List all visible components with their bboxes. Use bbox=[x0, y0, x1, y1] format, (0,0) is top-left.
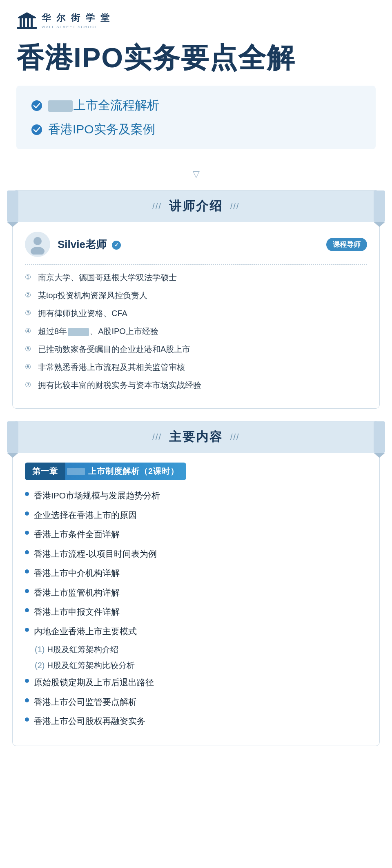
instructor-profile: Silvie老师 ✓ 课程导师 bbox=[25, 232, 367, 257]
credential-list: ① 南京大学、德国哥廷根大学双法学硕士 ② 某top投资机构资深风控负责人 ③ … bbox=[25, 271, 367, 391]
instructor-section-title: 讲师介绍 bbox=[169, 198, 223, 215]
list-item: 原始股锁定期及上市后退出路径 bbox=[25, 676, 367, 689]
svg-point-8 bbox=[31, 124, 42, 135]
list-item: 香港上市公司监管要点解析 bbox=[25, 695, 367, 709]
svg-rect-5 bbox=[18, 17, 36, 18]
list-item: 香港上市流程-以项目时间表为例 bbox=[25, 547, 367, 560]
svg-marker-6 bbox=[19, 12, 35, 17]
svg-rect-1 bbox=[20, 18, 22, 27]
content-body: 第一章 上市制度解析（2课时） 香港IPO市场规模与发展趋势分析 企业选择在香港… bbox=[13, 453, 379, 746]
credential-3: ③ 拥有律师执业资格、CFA bbox=[25, 307, 367, 319]
avatar bbox=[25, 232, 50, 257]
feature-box: 上市全流程解析 香港IPO实务及案例 bbox=[16, 86, 376, 149]
feature-item-1: 上市全流程解析 bbox=[31, 97, 361, 114]
list-item: 香港上市公司股权再融资实务 bbox=[25, 715, 367, 728]
content-section-header: /// 主要内容 /// bbox=[13, 421, 379, 453]
page-title: 香港IPO实务要点全解 bbox=[16, 42, 376, 73]
logo-icon bbox=[16, 11, 38, 29]
svg-point-7 bbox=[31, 100, 42, 111]
credential-1: ① 南京大学、德国哥廷根大学双法学硕士 bbox=[25, 271, 367, 283]
check-icon-2 bbox=[31, 124, 42, 135]
credential-4: ④ 超过8年、A股IPO上市经验 bbox=[25, 325, 367, 337]
feature-item-2: 香港IPO实务及案例 bbox=[31, 121, 361, 138]
hero-section: 香港IPO实务要点全解 bbox=[0, 38, 392, 86]
instructor-card: /// 讲师介绍 /// Silvie老师 ✓ 课程导师 ① 南京大学、德国哥 bbox=[12, 190, 380, 409]
svg-rect-2 bbox=[23, 18, 25, 27]
chapter-title: 上市制度解析（2课时） bbox=[87, 463, 186, 480]
content-list-2: 原始股锁定期及上市后退出路径 香港上市公司监管要点解析 香港上市公司股权再融资实… bbox=[25, 676, 367, 728]
content-section-title: 主要内容 bbox=[169, 429, 223, 445]
logo: 华 尔 街 学 堂 WALL STREET SCHOOL bbox=[16, 11, 111, 29]
content-deco-left: /// bbox=[152, 432, 162, 442]
feature-text-1: 上市全流程解析 bbox=[48, 97, 159, 114]
bullet-10 bbox=[25, 698, 29, 702]
blur-4 bbox=[68, 328, 89, 336]
credential-6: ⑥ 非常熟悉香港上市流程及其相关监管审核 bbox=[25, 361, 367, 373]
credential-5: ⑤ 已推动数家备受瞩目的企业赴港和A股上市 bbox=[25, 343, 367, 355]
logo-english: WALL STREET SCHOOL bbox=[42, 25, 111, 29]
bullet-7 bbox=[25, 608, 29, 612]
logo-chinese: 华 尔 街 学 堂 bbox=[42, 12, 111, 24]
header: 华 尔 街 学 堂 WALL STREET SCHOOL bbox=[0, 0, 392, 38]
instructor-name: Silvie老师 ✓ bbox=[58, 237, 121, 252]
bullet-5 bbox=[25, 569, 29, 574]
svg-point-10 bbox=[31, 247, 45, 255]
bullet-4 bbox=[25, 550, 29, 554]
list-item: 企业选择在香港上市的原因 bbox=[25, 509, 367, 522]
credential-7: ⑦ 拥有比较丰富的财税实务与资本市场实战经验 bbox=[25, 379, 367, 391]
list-item: 香港上市申报文件详解 bbox=[25, 605, 367, 618]
instructor-deco-left: /// bbox=[152, 202, 162, 211]
content-deco-right: /// bbox=[230, 432, 240, 442]
chapter-label: 第一章 bbox=[25, 463, 65, 480]
credential-2: ② 某top投资机构资深风控负责人 bbox=[25, 289, 367, 301]
svg-point-9 bbox=[33, 237, 42, 245]
list-item: 内地企业香港上市主要模式 bbox=[25, 625, 367, 638]
avatar-icon bbox=[27, 234, 48, 255]
svg-rect-3 bbox=[27, 18, 29, 27]
profile-divider bbox=[25, 264, 367, 265]
blur-part-1 bbox=[48, 100, 73, 112]
content-card: /// 主要内容 /// 第一章 上市制度解析（2课时） 香港IPO市场规模与发… bbox=[12, 421, 380, 746]
arrow-down: ▽ bbox=[0, 162, 392, 184]
sub-item-2: (2)H股及红筹架构比较分析 bbox=[25, 660, 367, 671]
bullet-2 bbox=[25, 512, 29, 516]
bullet-6 bbox=[25, 589, 29, 593]
bullet-9 bbox=[25, 679, 29, 683]
logo-text: 华 尔 街 学 堂 WALL STREET SCHOOL bbox=[42, 12, 111, 29]
bullet-11 bbox=[25, 717, 29, 722]
list-item: 香港IPO市场规模与发展趋势分析 bbox=[25, 489, 367, 502]
list-item: 香港上市监管机构详解 bbox=[25, 586, 367, 599]
feature-text-2: 香港IPO实务及案例 bbox=[48, 121, 155, 138]
instructor-deco-right: /// bbox=[230, 202, 240, 211]
bullet-1 bbox=[25, 492, 29, 496]
bullet-8 bbox=[25, 628, 29, 632]
svg-rect-4 bbox=[31, 18, 33, 27]
instructor-body: Silvie老师 ✓ 课程导师 ① 南京大学、德国哥廷根大学双法学硕士 ② 某t… bbox=[13, 222, 379, 408]
check-icon-1 bbox=[31, 100, 42, 111]
content-list: 香港IPO市场规模与发展趋势分析 企业选择在香港上市的原因 香港上市条件全面详解… bbox=[25, 489, 367, 638]
list-item: 香港上市条件全面详解 bbox=[25, 528, 367, 541]
list-item: 香港上市中介机构详解 bbox=[25, 567, 367, 580]
sub-item-1: (1)H股及红筹架构介绍 bbox=[25, 644, 367, 655]
instructor-section-header: /// 讲师介绍 /// bbox=[13, 190, 379, 222]
chapter-1-header: 第一章 上市制度解析（2课时） bbox=[25, 463, 186, 480]
verified-icon: ✓ bbox=[112, 241, 121, 250]
instructor-badge: 课程导师 bbox=[326, 238, 367, 251]
chapter-blur bbox=[67, 468, 85, 475]
bullet-3 bbox=[25, 531, 29, 535]
svg-rect-0 bbox=[17, 27, 37, 29]
